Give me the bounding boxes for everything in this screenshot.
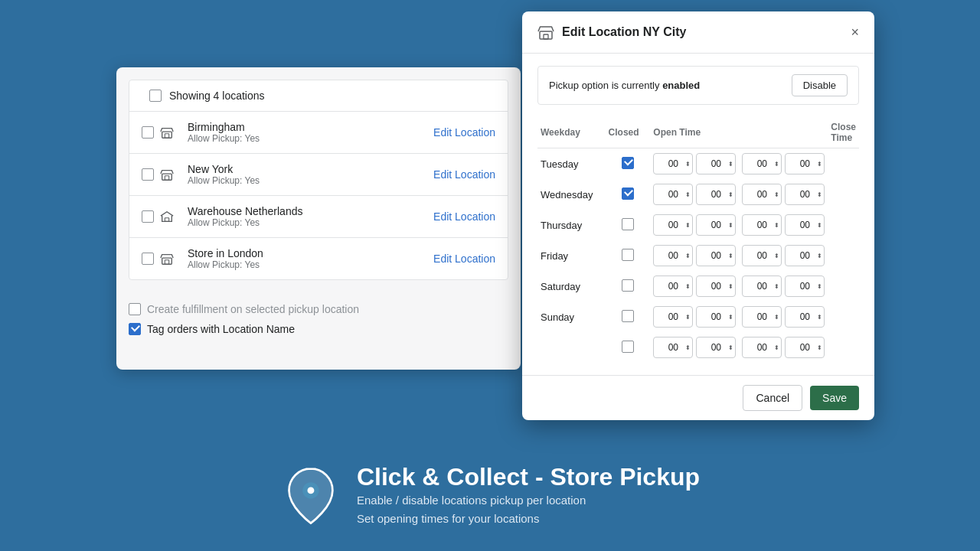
edit-location-link[interactable]: Edit Location xyxy=(433,126,495,139)
saturday-closed-checkbox[interactable] xyxy=(622,279,634,292)
weekday-tuesday: Tuesday xyxy=(537,148,606,180)
th-closed: Closed xyxy=(606,117,651,148)
locations-count-label: Showing 4 locations xyxy=(169,90,265,102)
tuesday-closed-checkbox[interactable] xyxy=(622,157,634,169)
warehouse-checkbox[interactable] xyxy=(142,210,154,223)
disable-button[interactable]: Disable xyxy=(792,74,848,96)
wednesday-open-min[interactable]: 00 xyxy=(696,184,736,205)
location-name: Warehouse Netherlands xyxy=(188,205,433,217)
birmingham-checkbox[interactable] xyxy=(142,126,154,139)
tag-orders-label: Tag orders with Location Name xyxy=(147,323,295,335)
pickup-status-text: Pickup option is currently enabled xyxy=(549,80,700,91)
edit-location-link[interactable]: Edit Location xyxy=(433,168,495,181)
saturday-open-time: 00 00 xyxy=(650,271,739,302)
saturday-open-min[interactable]: 00 xyxy=(696,276,736,297)
branding-text: Click & Collect - Store Pickup Enable / … xyxy=(357,463,700,528)
extra-open-hour[interactable]: 00 xyxy=(653,337,693,358)
location-name: Birmingham xyxy=(188,121,433,133)
weekday-extra xyxy=(537,332,606,363)
fulfillment-checkbox[interactable] xyxy=(129,303,141,315)
sunday-open-hour[interactable]: 00 xyxy=(653,306,693,328)
save-button[interactable]: Save xyxy=(810,386,859,410)
saturday-open-hour[interactable]: 00 xyxy=(653,276,693,297)
weekday-wednesday: Wednesday xyxy=(537,179,606,210)
tuesday-open-time: 00 00 xyxy=(650,148,739,180)
select-all-checkbox[interactable] xyxy=(149,90,162,102)
wednesday-close-min[interactable]: 00 xyxy=(785,184,825,205)
saturday-close-hour[interactable]: 00 xyxy=(742,276,782,297)
th-weekday: Weekday xyxy=(537,117,606,148)
thursday-close-hour[interactable]: 00 xyxy=(742,214,782,236)
modal-header: Edit Location NY City × xyxy=(522,11,874,54)
weekday-friday: Friday xyxy=(537,240,606,271)
saturday-close-time: 00 00 xyxy=(739,271,828,302)
friday-close-hour[interactable]: 00 xyxy=(742,245,782,266)
location-sub: Allow Pickup: Yes xyxy=(188,259,433,270)
store-icon xyxy=(160,126,174,139)
svg-rect-3 xyxy=(165,176,168,180)
store-icon xyxy=(160,252,174,266)
pickup-status-bold: enabled xyxy=(662,80,700,91)
saturday-close-min[interactable]: 00 xyxy=(785,276,825,297)
location-name: New York xyxy=(188,163,433,175)
option-row-tag: Tag orders with Location Name xyxy=(129,323,508,335)
edit-location-link[interactable]: Edit Location xyxy=(433,253,495,265)
svg-rect-8 xyxy=(544,34,548,39)
sunday-close-hour[interactable]: 00 xyxy=(742,306,782,328)
branding-pin-icon xyxy=(280,465,341,527)
tuesday-close-min[interactable]: 00 xyxy=(785,153,825,174)
extra-open-min[interactable]: 00 xyxy=(696,337,736,358)
list-item: Birmingham Allow Pickup: Yes Edit Locati… xyxy=(129,112,508,154)
table-row: Friday 00 00 00 00 xyxy=(537,240,859,271)
edit-location-link[interactable]: Edit Location xyxy=(433,210,495,223)
edit-location-modal: Edit Location NY City × Pickup option is… xyxy=(522,11,874,420)
thursday-close-min[interactable]: 00 xyxy=(785,214,825,236)
sunday-closed-checkbox[interactable] xyxy=(622,310,634,322)
thursday-open-hour[interactable]: 00 xyxy=(653,214,693,236)
sunday-close-time: 00 00 xyxy=(739,302,828,332)
th-close-time: Close Time xyxy=(828,117,859,148)
sunday-close-min[interactable]: 00 xyxy=(785,306,825,328)
bottom-options: Create fulfillment on selected pickup lo… xyxy=(116,292,521,346)
list-item: New York Allow Pickup: Yes Edit Location xyxy=(129,154,508,196)
location-name: Store in London xyxy=(188,247,433,259)
table-row: Wednesday 00 00 00 00 xyxy=(537,179,859,210)
extra-close-hour[interactable]: 00 xyxy=(742,337,782,358)
modal-close-button[interactable]: × xyxy=(851,25,859,39)
location-info: New York Allow Pickup: Yes xyxy=(188,163,433,186)
svg-rect-6 xyxy=(165,260,168,264)
wednesday-open-hour[interactable]: 00 xyxy=(653,184,693,205)
london-checkbox[interactable] xyxy=(142,253,154,265)
tuesday-open-hour[interactable]: 00 xyxy=(653,153,693,174)
extra-closed-checkbox[interactable] xyxy=(622,341,634,353)
wednesday-closed-checkbox[interactable] xyxy=(622,187,634,200)
extra-close-time: 00 00 xyxy=(739,332,828,363)
svg-rect-1 xyxy=(165,134,168,138)
thursday-closed-cell xyxy=(606,210,651,240)
tuesday-close-hour[interactable]: 00 xyxy=(742,153,782,174)
saturday-closed-cell xyxy=(606,271,651,302)
newyork-checkbox[interactable] xyxy=(142,168,154,181)
svg-rect-7 xyxy=(540,31,552,39)
friday-close-min[interactable]: 00 xyxy=(785,245,825,266)
cancel-button[interactable]: Cancel xyxy=(743,385,802,411)
location-header-row: Showing 4 locations xyxy=(129,80,508,112)
table-row: 00 00 00 00 xyxy=(537,332,859,363)
friday-open-min[interactable]: 00 xyxy=(696,245,736,266)
modal-store-icon xyxy=(537,24,554,41)
friday-open-hour[interactable]: 00 xyxy=(653,245,693,266)
table-row: Tuesday 00 00 00 00 xyxy=(537,148,859,180)
wednesday-close-hour[interactable]: 00 xyxy=(742,184,782,205)
tuesday-open-min[interactable]: 00 xyxy=(696,153,736,174)
extra-close-min[interactable]: 00 xyxy=(785,337,825,358)
friday-closed-checkbox[interactable] xyxy=(622,249,634,261)
branding-title: Click & Collect - Store Pickup xyxy=(357,463,700,491)
tuesday-close-time: 00 00 xyxy=(739,148,828,180)
sunday-open-min[interactable]: 00 xyxy=(696,306,736,328)
modal-title: Edit Location NY City xyxy=(562,25,843,39)
extra-open-time: 00 00 xyxy=(650,332,739,363)
tag-orders-checkbox[interactable] xyxy=(129,323,141,335)
thursday-open-min[interactable]: 00 xyxy=(696,214,736,236)
friday-closed-cell xyxy=(606,240,651,271)
thursday-closed-checkbox[interactable] xyxy=(622,218,634,230)
